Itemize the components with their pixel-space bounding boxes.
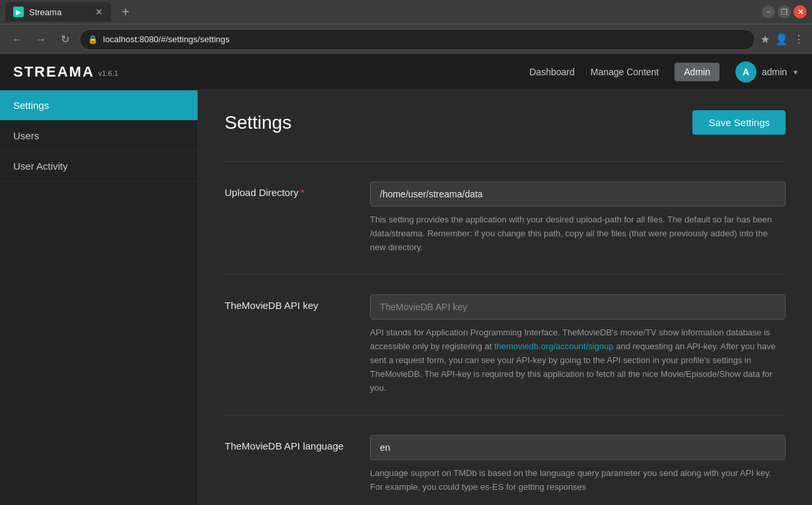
tmdb-api-key-description: API stands for Application Programming I… xyxy=(370,326,786,395)
manage-content-link[interactable]: Manage Content xyxy=(591,67,659,77)
user-menu-chevron-icon: ▼ xyxy=(792,69,799,76)
admin-button[interactable]: Admin xyxy=(675,63,720,81)
bookmark-icon[interactable]: ★ xyxy=(760,33,770,46)
sidebar: Settings Users User Activity xyxy=(0,90,198,505)
user-name: admin xyxy=(762,67,787,77)
tmdb-api-language-description: Language support on TMDb is based on the… xyxy=(370,467,786,494)
dashboard-link[interactable]: Dashboard xyxy=(529,67,575,77)
user-menu[interactable]: A admin ▼ xyxy=(735,61,799,83)
window-maximize-button[interactable]: ❐ xyxy=(778,5,791,18)
tmdb-api-key-label: TheMovieDB API key xyxy=(225,294,357,395)
save-settings-button[interactable]: Save Settings xyxy=(692,110,786,135)
security-icon: 🔒 xyxy=(88,35,98,44)
logo-version: v1.6.1 xyxy=(98,69,118,77)
main-inner: Settings Save Settings Upload Directory*… xyxy=(198,90,812,505)
tmdb-api-language-label: TheMovieDB API language xyxy=(225,435,357,494)
user-avatar[interactable]: A xyxy=(735,61,757,83)
address-text: localhost:8080/#/settings/settings xyxy=(103,34,230,44)
browser-chrome: ▶ Streama ✕ + − ❐ ✕ ← → ↻ 🔒 localhost:80… xyxy=(0,0,812,54)
menu-icon[interactable]: ⋮ xyxy=(794,33,804,46)
back-button[interactable]: ← xyxy=(8,30,26,49)
app-navbar: STREAMA v1.6.1 Dashboard Manage Content … xyxy=(0,54,812,90)
page-title: Settings xyxy=(225,112,291,133)
browser-titlebar: ▶ Streama ✕ + − ❐ ✕ xyxy=(0,0,812,24)
app-body: Settings Users User Activity Settings Sa… xyxy=(0,90,812,505)
app: STREAMA v1.6.1 Dashboard Manage Content … xyxy=(0,54,812,505)
upload-directory-content: This setting provides the application wi… xyxy=(370,182,786,254)
forward-button[interactable]: → xyxy=(32,30,50,49)
address-bar[interactable]: 🔒 localhost:8080/#/settings/settings xyxy=(79,29,755,50)
window-minimize-button[interactable]: − xyxy=(762,5,775,18)
tmdb-api-key-input[interactable] xyxy=(370,294,786,320)
reload-button[interactable]: ↻ xyxy=(55,30,74,49)
new-tab-button[interactable]: + xyxy=(116,3,135,21)
sidebar-item-users[interactable]: Users xyxy=(0,121,198,151)
sidebar-item-user-activity[interactable]: User Activity xyxy=(0,151,198,182)
app-logo: STREAMA v1.6.1 xyxy=(13,63,118,81)
tmdb-api-language-section: TheMovieDB API language Language support… xyxy=(225,415,786,505)
tmdb-api-language-input[interactable] xyxy=(370,435,786,460)
browser-tab[interactable]: ▶ Streama ✕ xyxy=(5,2,111,22)
browser-tab-title: Streama xyxy=(29,7,61,17)
window-controls: − ❐ ✕ xyxy=(762,5,807,18)
logo-text: STREAMA xyxy=(13,63,94,81)
page-header: Settings Save Settings xyxy=(225,110,786,135)
tmdb-signup-link[interactable]: themoviedb.org/account/signup xyxy=(494,341,614,351)
profile-icon[interactable]: 👤 xyxy=(775,33,788,46)
tmdb-api-key-content: API stands for Application Programming I… xyxy=(370,294,786,395)
window-close-button[interactable]: ✕ xyxy=(794,5,807,18)
upload-directory-input[interactable] xyxy=(370,182,786,207)
nav-links: Dashboard Manage Content Admin A admin ▼ xyxy=(529,61,799,83)
browser-tab-icon: ▶ xyxy=(13,7,24,17)
upload-directory-description: This setting provides the application wi… xyxy=(370,213,786,254)
upload-directory-section: Upload Directory* This setting provides … xyxy=(225,161,786,274)
main-content: Settings Save Settings Upload Directory*… xyxy=(198,90,812,505)
tmdb-api-language-content: Language support on TMDb is based on the… xyxy=(370,435,786,494)
tmdb-api-key-section: TheMovieDB API key API stands for Applic… xyxy=(225,274,786,415)
upload-directory-label: Upload Directory* xyxy=(225,182,357,254)
tab-close-button[interactable]: ✕ xyxy=(95,7,103,17)
sidebar-item-settings[interactable]: Settings xyxy=(0,90,198,121)
browser-addressbar: ← → ↻ 🔒 localhost:8080/#/settings/settin… xyxy=(0,24,812,54)
address-bar-actions: ★ 👤 ⋮ xyxy=(760,33,804,46)
required-indicator: * xyxy=(301,187,305,198)
